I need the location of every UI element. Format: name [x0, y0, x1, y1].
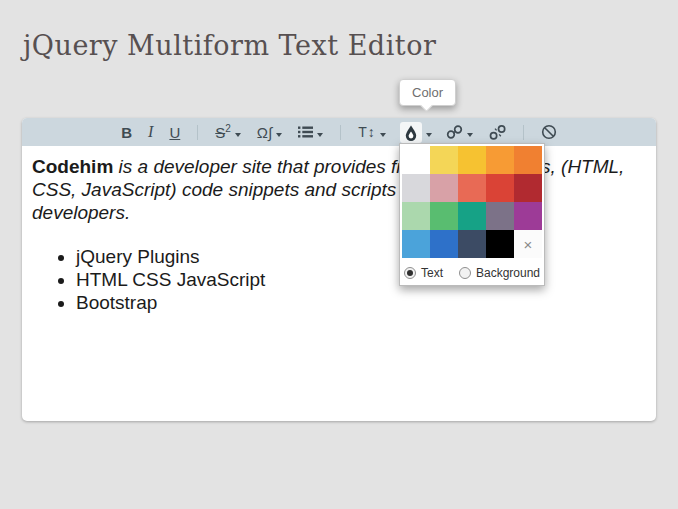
color-swatch[interactable]	[402, 202, 430, 230]
palette-close-button[interactable]: ×	[514, 230, 542, 258]
chevron-down-icon	[276, 133, 282, 137]
color-swatch[interactable]	[402, 230, 430, 258]
page-title: jQuery Multiform Text Editor	[23, 30, 436, 61]
bullet-list: jQuery Plugins HTML CSS JavaScript Boots…	[32, 245, 646, 314]
color-dropdown-button[interactable]	[400, 122, 432, 143]
radio-selected-icon	[404, 267, 416, 279]
superscript-label: 2	[225, 123, 231, 134]
list-dropdown[interactable]	[298, 126, 323, 138]
swatch-grid: ×	[400, 144, 544, 260]
strike-label: S	[215, 124, 225, 141]
mode-label: Text	[421, 266, 443, 280]
chevron-down-icon	[426, 133, 432, 137]
toolbar-separator	[523, 125, 524, 140]
color-swatch[interactable]	[486, 174, 514, 202]
list-item: HTML CSS JavaScript	[76, 268, 646, 291]
list-item: jQuery Plugins	[76, 245, 646, 268]
tooltip-label: Color	[412, 85, 443, 100]
remove-format-button[interactable]	[541, 124, 557, 140]
color-swatch[interactable]	[486, 230, 514, 258]
color-swatch[interactable]	[430, 230, 458, 258]
ban-icon	[541, 124, 557, 140]
radio-icon	[459, 267, 471, 279]
paragraph: Codehim is a developer site that provide…	[32, 155, 646, 224]
strikethrough-script-dropdown[interactable]: S2	[215, 125, 241, 140]
color-swatch[interactable]	[430, 202, 458, 230]
unlink-button[interactable]	[489, 125, 506, 140]
color-swatch[interactable]	[486, 146, 514, 174]
text-editor: B I U S2 Ω∫	[22, 118, 656, 421]
link-dropdown[interactable]	[446, 125, 473, 139]
color-swatch[interactable]	[458, 174, 486, 202]
paragraph-italic-text: developers.	[32, 202, 130, 223]
font-size-dropdown[interactable]: T↕	[358, 125, 386, 139]
toolbar-separator	[197, 125, 198, 140]
color-swatch[interactable]	[430, 146, 458, 174]
mode-label: Background	[476, 266, 540, 280]
unlink-icon	[489, 125, 506, 140]
color-swatch[interactable]	[514, 202, 542, 230]
tooltip-caret	[420, 99, 433, 112]
special-characters-dropdown[interactable]: Ω∫	[257, 125, 282, 140]
chevron-down-icon	[380, 133, 386, 137]
italic-button[interactable]: I	[148, 124, 153, 140]
color-swatch[interactable]	[458, 202, 486, 230]
bold-label: B	[121, 125, 132, 140]
italic-label: I	[148, 124, 153, 140]
color-swatch[interactable]	[402, 174, 430, 202]
chevron-down-icon	[235, 133, 241, 137]
link-icon	[446, 125, 463, 139]
page: { "page": { "title": "jQuery Multiform T…	[0, 0, 678, 509]
color-swatch[interactable]	[486, 202, 514, 230]
color-tooltip: Color	[399, 79, 456, 106]
chevron-down-icon	[467, 133, 473, 137]
color-swatch[interactable]	[430, 174, 458, 202]
mode-row: TextBackground	[400, 260, 544, 285]
paragraph-bold-text: Codehim	[32, 156, 113, 177]
editor-content[interactable]: Codehim is a developer site that provide…	[22, 146, 656, 323]
paragraph-italic-text: is a developer site that provides free j…	[113, 156, 624, 177]
color-picker-panel: × TextBackground	[399, 143, 545, 286]
color-swatch[interactable]	[402, 146, 430, 174]
paragraph-italic-text: CSS, JavaScript) code snippets and scrip…	[32, 179, 459, 200]
toolbar-separator	[340, 125, 341, 140]
mode-option-background[interactable]: Background	[459, 266, 540, 280]
special-characters-label: Ω∫	[257, 125, 272, 140]
editor-toolbar: B I U S2 Ω∫	[22, 118, 656, 146]
color-button-active-highlight	[400, 122, 422, 143]
underline-button[interactable]: U	[169, 125, 180, 140]
color-swatch[interactable]	[514, 174, 542, 202]
color-swatch[interactable]	[514, 146, 542, 174]
list-icon	[298, 126, 313, 138]
underline-label: U	[169, 125, 180, 140]
bold-button[interactable]: B	[121, 125, 132, 140]
droplet-icon	[405, 125, 417, 141]
mode-option-text[interactable]: Text	[404, 266, 443, 280]
font-size-label: T↕	[358, 125, 376, 139]
color-swatch[interactable]	[458, 230, 486, 258]
list-item: Bootstrap	[76, 291, 646, 314]
chevron-down-icon	[317, 133, 323, 137]
color-swatch[interactable]	[458, 146, 486, 174]
